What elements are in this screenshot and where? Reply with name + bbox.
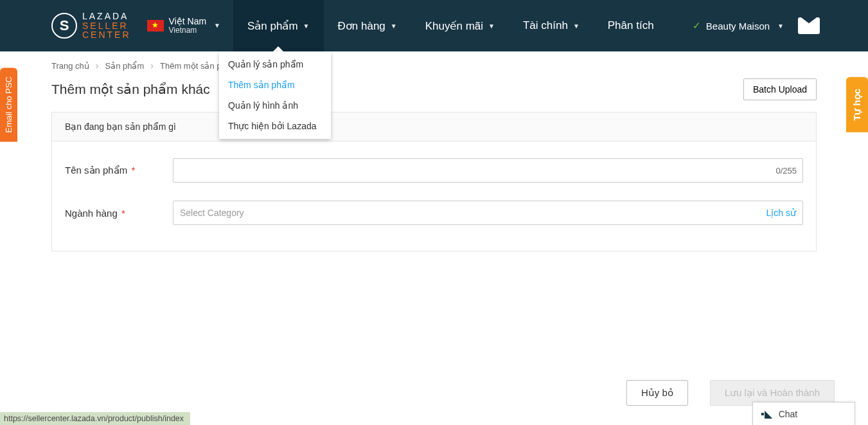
flag-vn-icon: ★ <box>147 20 164 32</box>
country-selector[interactable]: ★ Việt Nam Vietnam ▼ <box>147 16 220 35</box>
category-history-link[interactable]: Lịch sử <box>766 208 796 218</box>
country-name: Việt Nam <box>169 16 207 26</box>
chevron-down-icon: ▼ <box>303 23 310 30</box>
menu-orders-label: Đơn hàng <box>338 19 385 33</box>
dd-manage-products[interactable]: Quản lý sản phẩm <box>219 54 331 75</box>
top-nav: S LAZADA SELLER CENTER ★ Việt Nam Vietna… <box>0 0 868 51</box>
logo[interactable]: S LAZADA SELLER CENTER <box>51 12 131 40</box>
logo-line3: CENTER <box>82 30 131 40</box>
category-label: Ngành hàng * <box>65 208 173 219</box>
product-name-control: 0/255 <box>173 158 803 183</box>
products-dropdown: Quản lý sản phẩm Thêm sản phẩm Quản lý h… <box>219 51 331 139</box>
shop-selector[interactable]: ✓ Beauty Maison ▼ <box>693 20 784 32</box>
shop-name: Beauty Maison <box>706 21 770 32</box>
dd-manage-images[interactable]: Quản lý hình ảnh <box>219 95 331 116</box>
bc-products[interactable]: Sản phẩm <box>105 61 145 71</box>
required-mark: * <box>121 208 125 219</box>
category-select[interactable]: Select Category Lịch sử <box>173 201 803 225</box>
page-title: Thêm một sản phẩm khác <box>51 82 210 97</box>
check-icon: ✓ <box>693 20 701 32</box>
dd-add-product[interactable]: Thêm sản phẩm <box>219 75 331 95</box>
self-learning-tab[interactable]: Tự học <box>846 77 868 132</box>
chevron-down-icon: ▼ <box>488 23 495 30</box>
chat-label: Chat <box>779 409 798 419</box>
country-sub: Vietnam <box>169 26 207 35</box>
bc-home[interactable]: Trang chủ <box>51 61 89 71</box>
menu-finance[interactable]: Tài chính ▼ <box>509 0 594 51</box>
category-placeholder: Select Category <box>180 208 766 218</box>
row-product-name: Tên sản phẩm * 0/255 <box>65 158 803 183</box>
panel-title: Bạn đang bạn sản phẩm gì <box>52 113 816 141</box>
product-panel: Bạn đang bạn sản phẩm gì Tên sản phẩm * … <box>51 112 817 251</box>
logo-text: LAZADA SELLER CENTER <box>82 12 131 40</box>
category-label-text: Ngành hàng <box>65 208 118 219</box>
breadcrumb: Trang chủ › Sản phẩm › Thêm một sản phẩm… <box>51 60 817 71</box>
chat-widget[interactable]: ▪◣ Chat <box>752 402 855 425</box>
logo-icon: S <box>51 13 77 39</box>
cancel-button[interactable]: Hủy bỏ <box>626 380 688 406</box>
menu-finance-label: Tài chính <box>523 19 568 32</box>
dd-fulfilled-by-lazada[interactable]: Thực hiện bởi Lazada <box>219 116 331 136</box>
row-category: Ngành hàng * Select Category Lịch sử <box>65 201 803 225</box>
page-body: Trang chủ › Sản phẩm › Thêm một sản phẩm… <box>0 51 868 251</box>
nav-right: ✓ Beauty Maison ▼ <box>693 17 868 34</box>
chevron-down-icon: ▼ <box>214 22 220 29</box>
menu-products[interactable]: Sản phẩm ▼ <box>233 0 324 51</box>
menu-promotions-label: Khuyến mãi <box>425 19 483 33</box>
required-mark: * <box>131 165 135 176</box>
chevron-right-icon: › <box>96 60 99 71</box>
email-psc-tab[interactable]: Email cho PSC <box>0 68 17 141</box>
country-text: Việt Nam Vietnam <box>169 16 207 35</box>
mail-icon[interactable] <box>798 17 820 34</box>
chevron-right-icon: › <box>150 60 154 71</box>
batch-upload-button[interactable]: Batch Upload <box>743 78 817 100</box>
product-name-label: Tên sản phẩm * <box>65 165 173 176</box>
menu-promotions[interactable]: Khuyến mãi ▼ <box>411 0 509 51</box>
product-name-input[interactable] <box>173 158 803 183</box>
logo-line1: LAZADA <box>82 12 131 21</box>
char-counter: 0/255 <box>775 166 797 176</box>
chevron-down-icon: ▼ <box>573 23 580 30</box>
product-name-label-text: Tên sản phẩm <box>65 165 127 176</box>
menu-analytics[interactable]: Phân tích <box>594 0 668 51</box>
chevron-down-icon: ▼ <box>777 23 784 30</box>
chat-icon: ▪◣ <box>761 408 772 420</box>
main-menu: Sản phẩm ▼ Đơn hàng ▼ Khuyến mãi ▼ Tài c… <box>233 0 668 51</box>
status-bar-url: https://sellercenter.lazada.vn/product/p… <box>0 412 190 425</box>
menu-products-label: Sản phẩm <box>247 19 298 33</box>
logo-line2: SELLER <box>82 21 131 31</box>
chevron-down-icon: ▼ <box>391 23 397 30</box>
menu-analytics-label: Phân tích <box>608 19 654 32</box>
menu-orders[interactable]: Đơn hàng ▼ <box>324 0 411 51</box>
page-head: Thêm một sản phẩm khác Batch Upload <box>51 78 817 100</box>
panel-body: Tên sản phẩm * 0/255 Ngành hàng * Select… <box>52 141 816 251</box>
category-control: Select Category Lịch sử <box>173 201 803 225</box>
